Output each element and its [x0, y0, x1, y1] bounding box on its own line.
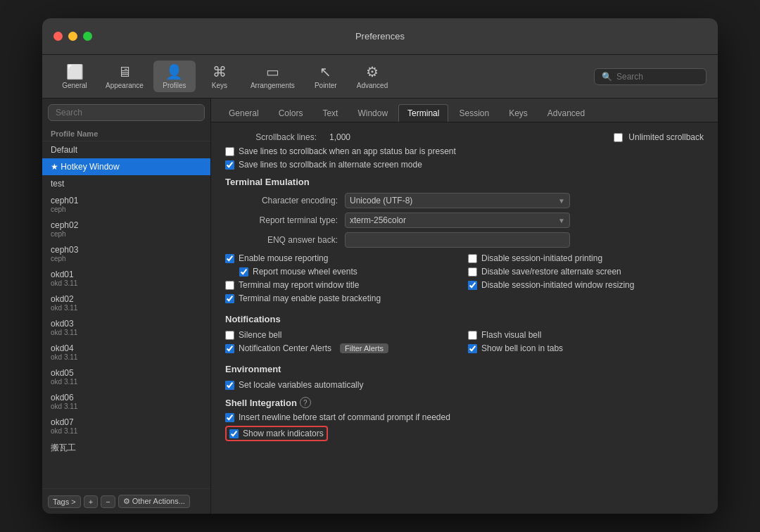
- profile-okd04[interactable]: okd04 okd 3.11: [42, 340, 210, 365]
- profile-okd06[interactable]: okd06 okd 3.11: [42, 389, 210, 414]
- profile-okd07-sub: okd 3.11: [51, 427, 202, 435]
- tab-window[interactable]: Window: [348, 104, 397, 122]
- disable-save-restore-checkbox[interactable]: [468, 267, 477, 277]
- char-encoding-select[interactable]: Unicode (UTF-8) ▼: [345, 193, 570, 208]
- toolbar-general-label: General: [62, 82, 87, 89]
- insert-newline-checkbox[interactable]: [225, 413, 234, 422]
- profile-okd06-sub: okd 3.11: [51, 403, 202, 410]
- toolbar-profiles-label: Profiles: [163, 82, 186, 89]
- tab-keys[interactable]: Keys: [500, 104, 537, 122]
- show-bell-icon-checkbox[interactable]: [468, 344, 477, 353]
- sidebar-search-area: [42, 99, 210, 127]
- scrollback-row: Scrollback lines: 1,000 Unlimited scroll…: [225, 132, 704, 142]
- unlimited-scrollback-checkbox[interactable]: [614, 133, 623, 142]
- notification-center-label: Notification Center Alerts: [239, 343, 331, 353]
- toolbar-keys-label: Keys: [212, 82, 227, 89]
- profile-okd05[interactable]: okd05 okd 3.11: [42, 365, 210, 389]
- report-type-select[interactable]: xterm-256color ▼: [345, 213, 570, 228]
- report-window-title-checkbox[interactable]: [225, 281, 234, 290]
- profile-okd05-name: okd05: [51, 368, 202, 378]
- show-mark-indicators-checkbox[interactable]: [229, 429, 239, 438]
- sidebar-search-input[interactable]: [48, 104, 205, 121]
- toolbar-advanced[interactable]: ⚙ Advanced: [350, 61, 395, 92]
- notifications-left: Silence bell Notification Center Alerts …: [225, 330, 461, 357]
- toolbar-profiles[interactable]: 👤 Profiles: [153, 61, 196, 92]
- profile-okd07[interactable]: okd07 okd 3.11: [42, 414, 210, 438]
- report-window-title-row: Terminal may report window title: [225, 280, 461, 290]
- set-locale-row: Set locale variables automatically: [225, 380, 704, 390]
- add-profile-button[interactable]: +: [84, 495, 98, 508]
- tags-button[interactable]: Tags >: [48, 495, 81, 508]
- show-bell-icon-label: Show bell icon in tabs: [481, 343, 563, 353]
- save-app-status-label: Save lines to scrollback when an app sta…: [239, 146, 456, 156]
- profile-test[interactable]: test: [42, 175, 210, 192]
- toolbar-general[interactable]: ⬜ General: [53, 61, 96, 92]
- traffic-lights: [53, 32, 92, 41]
- disable-save-restore-row: Disable save/restore alternate screen: [468, 267, 704, 277]
- enable-paste-checkbox[interactable]: [225, 294, 234, 303]
- enable-mouse-label: Enable mouse reporting: [239, 253, 328, 263]
- minimize-button[interactable]: [68, 32, 77, 41]
- close-button[interactable]: [53, 32, 63, 41]
- report-type-arrow: ▼: [558, 217, 565, 224]
- toolbar-appearance[interactable]: 🖥 Appearance: [99, 61, 151, 92]
- profile-okd06-name: okd06: [51, 393, 202, 403]
- pointer-icon: ↖: [319, 63, 331, 80]
- toolbar-appearance-label: Appearance: [106, 82, 144, 89]
- profile-okd05-sub: okd 3.11: [51, 378, 202, 386]
- enq-input[interactable]: [345, 232, 570, 248]
- disable-session-print-row: Disable session-initiated printing: [468, 253, 704, 263]
- tab-advanced[interactable]: Advanced: [538, 104, 594, 122]
- zoom-button[interactable]: [83, 32, 92, 41]
- notifications-grid: Silence bell Notification Center Alerts …: [225, 330, 704, 357]
- profile-ceph03-name: ceph03: [51, 245, 202, 255]
- tab-session[interactable]: Session: [450, 104, 498, 122]
- profile-ceph03[interactable]: ceph03 ceph: [42, 241, 210, 266]
- general-icon: ⬜: [66, 63, 84, 80]
- profile-ceph01-sub: ceph: [51, 205, 202, 213]
- tab-terminal[interactable]: Terminal: [398, 104, 448, 122]
- silence-bell-checkbox[interactable]: [225, 331, 234, 340]
- terminal-emulation-title: Terminal Emulation: [225, 177, 704, 187]
- remove-profile-button[interactable]: −: [101, 495, 115, 508]
- disable-window-resize-checkbox[interactable]: [468, 281, 477, 290]
- disable-window-resize-label: Disable session-initiated window resizin…: [481, 280, 634, 290]
- profile-okd01[interactable]: okd01 okd 3.11: [42, 266, 210, 291]
- report-type-row: Report terminal type: xterm-256color ▼: [225, 213, 704, 228]
- other-actions-button[interactable]: ⚙ Other Actions...: [118, 495, 190, 508]
- profile-default[interactable]: Default: [42, 141, 210, 158]
- toolbar-arrangements[interactable]: ▭ Arrangements: [243, 61, 302, 92]
- toolbar-keys[interactable]: ⌘ Keys: [198, 61, 241, 92]
- profile-ceph01[interactable]: ceph01 ceph: [42, 192, 210, 217]
- profile-okd03[interactable]: okd03 okd 3.11: [42, 315, 210, 340]
- save-app-status-checkbox[interactable]: [225, 147, 234, 156]
- char-encoding-value: Unicode (UTF-8): [350, 196, 412, 205]
- toolbar-pointer[interactable]: ↖ Pointer: [305, 61, 347, 92]
- report-wheel-checkbox[interactable]: [239, 267, 248, 277]
- notification-center-checkbox[interactable]: [225, 344, 234, 353]
- profile-ceph02[interactable]: ceph02 ceph: [42, 217, 210, 241]
- profile-okd03-sub: okd 3.11: [51, 329, 202, 336]
- scrollback-lines-label: Scrollback lines:: [225, 132, 324, 142]
- search-input[interactable]: [616, 72, 699, 82]
- tab-general[interactable]: General: [220, 104, 268, 122]
- disable-session-print-checkbox[interactable]: [468, 254, 477, 263]
- profile-okd02[interactable]: okd02 okd 3.11: [42, 291, 210, 315]
- flash-bell-row: Flash visual bell: [468, 330, 704, 340]
- tab-text[interactable]: Text: [313, 104, 347, 122]
- save-app-status-row: Save lines to scrollback when an app sta…: [225, 146, 704, 156]
- tab-bar: General Colors Text Window Terminal Sess…: [211, 99, 718, 122]
- tab-colors[interactable]: Colors: [270, 104, 312, 122]
- help-icon[interactable]: ?: [300, 397, 311, 408]
- save-alternate-row: Save lines to scrollback in alternate sc…: [225, 160, 704, 170]
- profile-hotkey-window[interactable]: ★ Hotkey Window: [42, 158, 210, 175]
- filter-alerts-button[interactable]: Filter Alerts: [340, 343, 388, 353]
- set-locale-checkbox[interactable]: [225, 381, 234, 390]
- toolbar-search: 🔍: [594, 68, 707, 85]
- save-alternate-checkbox[interactable]: [225, 160, 234, 170]
- profile-banwagon[interactable]: 搬瓦工: [42, 438, 210, 457]
- environment-title: Environment: [225, 364, 704, 374]
- enable-mouse-checkbox[interactable]: [225, 254, 234, 263]
- flash-bell-checkbox[interactable]: [468, 331, 477, 340]
- profile-default-name: Default: [51, 145, 202, 155]
